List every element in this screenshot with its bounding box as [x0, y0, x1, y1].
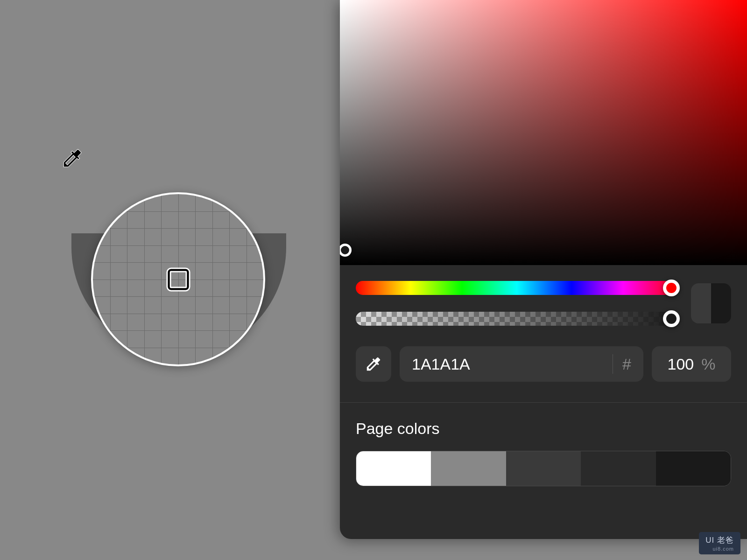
page-color-swatch-1[interactable] [431, 451, 506, 486]
eyedropper-cursor-icon [61, 147, 84, 170]
color-preview-old [691, 283, 711, 323]
saturation-value-handle[interactable] [340, 244, 352, 257]
page-color-swatch-4[interactable] [656, 451, 731, 486]
color-preview-new [711, 283, 731, 323]
color-picker-panel: 1A1A1A # 100 % Page colors [340, 0, 747, 539]
saturation-value-area[interactable] [340, 0, 747, 265]
opacity-value-text: 100 [668, 355, 694, 373]
color-magnifier-loupe[interactable] [91, 192, 265, 366]
page-color-swatch-2[interactable] [506, 451, 581, 486]
alpha-slider[interactable] [356, 312, 678, 326]
watermark-main-text: UI 老爸 [705, 535, 734, 546]
eyedropper-icon [365, 355, 382, 373]
page-colors-title: Page colors [356, 420, 731, 438]
color-preview-swatch [691, 283, 731, 323]
opacity-input-field[interactable]: 100 % [652, 346, 731, 382]
page-colors-swatches [356, 451, 731, 486]
hue-slider[interactable] [356, 281, 678, 295]
page-colors-section: Page colors [340, 403, 747, 503]
hue-slider-handle[interactable] [663, 280, 680, 296]
hex-divider [613, 354, 613, 374]
hex-format-label: # [622, 355, 631, 373]
hex-value-text: 1A1A1A [412, 355, 613, 373]
page-color-swatch-0[interactable] [356, 451, 431, 486]
eyedropper-button[interactable] [356, 346, 391, 382]
hex-input-field[interactable]: 1A1A1A # [400, 346, 643, 382]
magnifier-center-pixel [168, 269, 189, 290]
color-sliders-section [340, 265, 747, 326]
opacity-unit-label: % [701, 355, 715, 373]
watermark-badge: UI 老爸 ui8.com [699, 532, 740, 554]
color-input-row: 1A1A1A # 100 % [340, 326, 747, 403]
alpha-slider-handle[interactable] [663, 310, 680, 327]
watermark-sub-text: ui8.com [705, 546, 734, 552]
page-color-swatch-3[interactable] [581, 451, 655, 486]
